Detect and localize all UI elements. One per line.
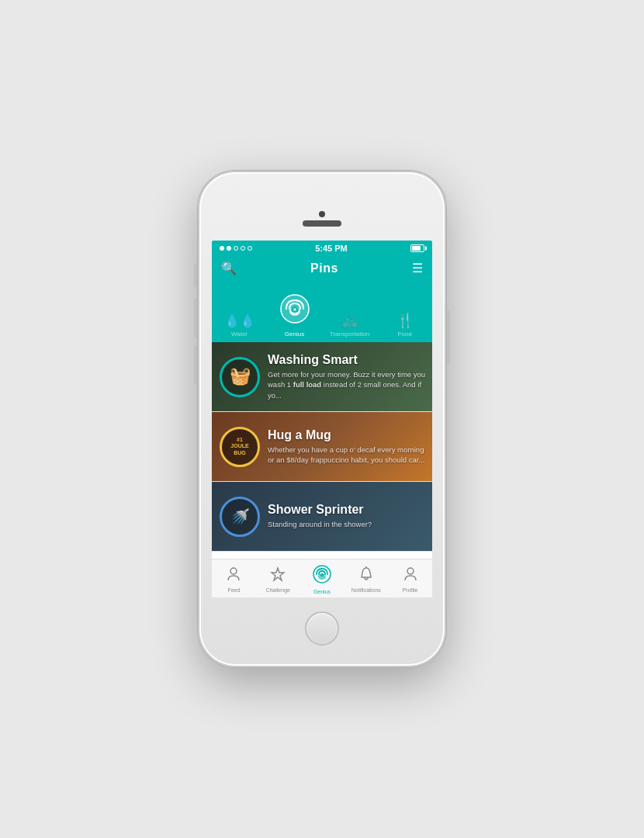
screen: 5:45 PM 🔍 Pins ☰ 💧💧 Water <box>212 241 432 597</box>
battery-icon <box>410 244 424 252</box>
card-desc-washing: Get more for your money. Buzz it every t… <box>268 369 426 400</box>
profile-label: Profile <box>403 587 418 593</box>
transportation-icon: 🚲 <box>341 313 358 327</box>
page-title: Pins <box>310 261 338 275</box>
status-bar: 5:45 PM <box>212 241 432 256</box>
nav-notifications[interactable]: Notifications <box>344 566 388 593</box>
challenge-icon <box>270 566 286 586</box>
feed-label: Feed <box>227 587 240 593</box>
tab-food-label: Food <box>397 331 411 338</box>
card-text-mug: Hug a Mug Whether you have a cup o' deca… <box>268 428 432 466</box>
tab-genius-label: Genius <box>285 331 304 338</box>
signal-dot-1 <box>220 246 224 251</box>
badge-shower-circle: 🚿 <box>220 497 260 537</box>
card-desc-shower: Standing around in the shower? <box>268 519 426 529</box>
camera <box>319 211 325 217</box>
battery-fill <box>412 246 421 251</box>
signal-dot-4 <box>241 246 245 251</box>
search-icon[interactable]: 🔍 <box>221 261 237 275</box>
bottom-nav: Feed Challenge <box>212 559 432 597</box>
svg-point-7 <box>320 573 324 577</box>
nav-genius-icon <box>313 565 331 587</box>
volume-down-button <box>194 345 197 384</box>
tab-genius[interactable]: Genius <box>267 294 322 338</box>
badge-mug-circle: #1JOULEBUG <box>220 427 260 467</box>
content-list: 🧺 Washing Smart Get more for your money.… <box>212 342 432 559</box>
nav-challenge[interactable]: Challenge <box>256 566 300 593</box>
nav-genius[interactable]: Genius <box>300 565 345 594</box>
tab-food[interactable]: 🍴 Food <box>377 313 432 338</box>
tab-water[interactable]: 💧💧 Water <box>212 315 267 338</box>
card-text-shower: Shower Sprinter Standing around in the s… <box>268 503 432 529</box>
badge-washing-circle: 🧺 <box>220 357 260 397</box>
card-washing-smart[interactable]: 🧺 Washing Smart Get more for your money.… <box>212 342 432 412</box>
food-icon: 🍴 <box>396 313 414 327</box>
phone-device: 5:45 PM 🔍 Pins ☰ 💧💧 Water <box>198 171 446 667</box>
svg-point-3 <box>293 308 296 311</box>
signal-dot-2 <box>227 246 231 251</box>
menu-icon[interactable]: ☰ <box>412 261 423 275</box>
speaker <box>303 220 341 227</box>
card-title-mug: Hug a Mug <box>268 428 426 442</box>
card-badge-mug: #1JOULEBUG <box>220 427 260 467</box>
card-shower-sprinter[interactable]: 🚿 Shower Sprinter Standing around in the… <box>212 482 432 552</box>
card-badge-washing: 🧺 <box>220 357 260 397</box>
category-tabs: 💧💧 Water <box>212 280 432 342</box>
tab-water-label: Water <box>231 331 248 338</box>
svg-point-4 <box>230 568 237 574</box>
power-button <box>447 310 450 365</box>
home-button[interactable] <box>305 611 339 646</box>
tab-transportation[interactable]: 🚲 Transportation <box>322 313 377 338</box>
nav-genius-label: Genius <box>313 589 331 594</box>
card-text-washing: Washing Smart Get more for your money. B… <box>268 353 432 400</box>
tab-transportation-label: Transportation <box>330 331 369 338</box>
card-hug-a-mug[interactable]: #1JOULEBUG Hug a Mug Whether you have a … <box>212 412 432 482</box>
status-right <box>410 244 424 252</box>
water-icon: 💧💧 <box>224 315 255 327</box>
mute-button <box>194 264 197 287</box>
nav-feed[interactable]: Feed <box>212 566 256 593</box>
card-badge-shower: 🚿 <box>220 497 260 537</box>
profile-icon <box>403 566 418 586</box>
svg-point-9 <box>407 568 414 574</box>
signal-indicators <box>220 246 252 251</box>
signal-dot-3 <box>234 246 238 251</box>
top-notch <box>283 211 361 227</box>
signal-dot-5 <box>248 246 252 251</box>
app-header: 🔍 Pins ☰ <box>212 256 432 280</box>
nav-profile[interactable]: Profile <box>388 566 432 593</box>
card-title-shower: Shower Sprinter <box>268 503 426 517</box>
genius-active-icon <box>280 294 310 327</box>
notifications-icon <box>358 566 374 586</box>
challenge-label: Challenge <box>265 587 290 593</box>
volume-up-button <box>194 299 197 338</box>
notifications-label: Notifications <box>351 587 381 593</box>
card-desc-mug: Whether you have a cup o' decaf every mo… <box>268 445 426 466</box>
card-title-washing: Washing Smart <box>268 353 426 367</box>
status-time: 5:45 PM <box>315 244 348 253</box>
feed-icon <box>226 566 241 586</box>
